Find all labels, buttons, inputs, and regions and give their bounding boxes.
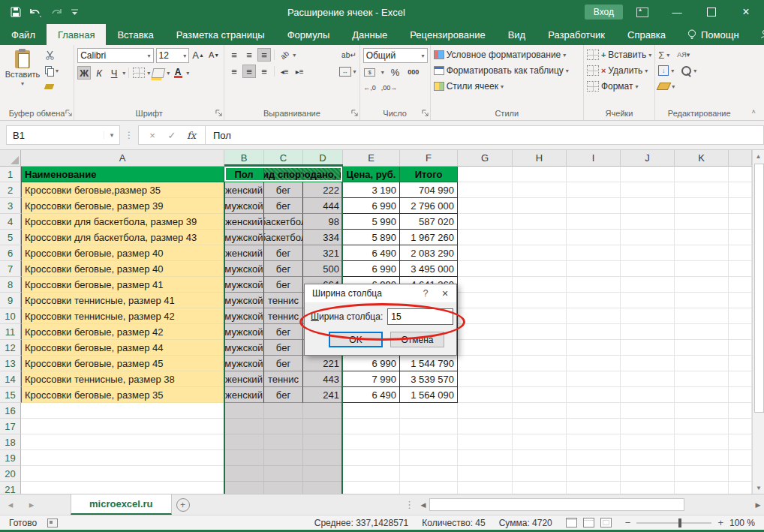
cell-B8[interactable]: мужской	[224, 277, 264, 293]
row-header-2[interactable]: 2	[0, 182, 21, 198]
cancel-button[interactable]: Отмена	[390, 332, 444, 347]
minimize-button[interactable]: —	[662, 2, 692, 23]
cell-L1[interactable]	[729, 167, 752, 182]
wrap-text-icon[interactable]: ab↵	[341, 48, 356, 62]
cell-F14[interactable]: 3 539 570	[400, 371, 458, 387]
align-center-icon[interactable]: ≡	[242, 65, 256, 78]
cell-J21[interactable]	[621, 482, 675, 494]
cell-G13[interactable]	[458, 356, 513, 371]
cell-K8[interactable]	[675, 277, 729, 293]
font-dialog-launcher-icon[interactable]	[215, 109, 222, 118]
ribbon-display-options-button[interactable]	[627, 2, 657, 23]
row-header-20[interactable]: 20	[0, 466, 21, 482]
cell-L20[interactable]	[729, 466, 752, 482]
cell-L17[interactable]	[729, 419, 752, 434]
cell-G5[interactable]	[458, 230, 513, 245]
align-middle-icon[interactable]: ≡	[242, 48, 256, 62]
cell-J10[interactable]	[621, 308, 675, 324]
cell-D18[interactable]	[303, 434, 343, 450]
align-top-icon[interactable]: ≡	[227, 48, 241, 62]
cell-H6[interactable]	[513, 245, 567, 261]
cell-H11[interactable]	[513, 324, 567, 340]
cell-G6[interactable]	[458, 245, 513, 261]
cell-C14[interactable]: теннис	[264, 371, 303, 387]
row-header-8[interactable]: 8	[0, 277, 21, 293]
cell-F7[interactable]: 3 495 000	[400, 261, 458, 277]
cell-L8[interactable]	[729, 277, 752, 293]
cell-A5[interactable]: Кроссовки для баскетбола, размер 43	[21, 230, 224, 245]
customize-qat-icon[interactable]	[71, 9, 79, 16]
tab-scroll-splitter[interactable]: ⋮	[402, 494, 417, 515]
cell-I21[interactable]	[567, 482, 621, 494]
cell-L21[interactable]	[729, 482, 752, 494]
cell-E19[interactable]	[343, 450, 400, 466]
zoom-slider-thumb[interactable]	[678, 518, 681, 527]
cell-G14[interactable]	[458, 371, 513, 387]
cell-B7[interactable]: мужской	[224, 261, 264, 277]
cell-C9[interactable]: теннис	[264, 293, 303, 308]
row-header-16[interactable]: 16	[0, 403, 21, 419]
ribbon-tab-8[interactable]: Вид	[497, 24, 537, 45]
cell-D14[interactable]: 443	[303, 371, 343, 387]
cell-J13[interactable]	[621, 356, 675, 371]
cell-D15[interactable]: 241	[303, 387, 343, 403]
currency-icon[interactable]: $	[363, 65, 377, 79]
confirm-entry-icon[interactable]: ✓	[163, 130, 181, 141]
cell-B16[interactable]	[224, 403, 264, 419]
ok-button[interactable]: OK	[329, 332, 383, 347]
cell-E7[interactable]: 6 990	[343, 261, 400, 277]
cells-button-2[interactable]: ×Удалить▾	[587, 64, 651, 77]
cell-A20[interactable]	[21, 466, 224, 482]
cell-B9[interactable]: мужской	[224, 293, 264, 308]
cell-J14[interactable]	[621, 371, 675, 387]
row-header-5[interactable]: 5	[0, 230, 21, 245]
cell-C15[interactable]: бег	[264, 387, 303, 403]
cell-L3[interactable]	[729, 198, 752, 214]
cell-I17[interactable]	[567, 419, 621, 434]
underline-button[interactable]: Ч	[107, 66, 121, 80]
scroll-down-icon[interactable]: ▼	[753, 482, 764, 494]
cell-C17[interactable]	[264, 419, 303, 434]
cell-A16[interactable]	[21, 403, 224, 419]
orientation-icon[interactable]: ab	[275, 45, 293, 64]
cell-B11[interactable]: мужской	[224, 324, 264, 340]
cell-G2[interactable]	[458, 182, 513, 198]
cell-H21[interactable]	[513, 482, 567, 494]
normal-view-icon[interactable]	[566, 518, 577, 527]
cell-J17[interactable]	[621, 419, 675, 434]
cell-I20[interactable]	[567, 466, 621, 482]
cell-C2[interactable]: бег	[264, 182, 303, 198]
cell-C16[interactable]	[264, 403, 303, 419]
cell-B15[interactable]: женский	[224, 387, 264, 403]
column-header-B[interactable]: B	[224, 150, 264, 167]
cell-F6[interactable]: 2 083 290	[400, 245, 458, 261]
percent-icon[interactable]: %	[389, 65, 402, 79]
close-button[interactable]: ×	[731, 2, 761, 23]
cell-A7[interactable]: Кроссовки беговые, размер 40	[21, 261, 224, 277]
cell-H17[interactable]	[513, 419, 567, 434]
cell-B17[interactable]	[224, 419, 264, 434]
decrease-decimal-icon[interactable]: ,00→	[381, 81, 398, 95]
cell-J16[interactable]	[621, 403, 675, 419]
maximize-button[interactable]	[696, 2, 726, 23]
clear-button[interactable]: ▾	[658, 80, 675, 93]
increase-font-icon[interactable]: A▲	[191, 48, 205, 62]
cell-B21[interactable]	[224, 482, 264, 494]
cell-L18[interactable]	[729, 434, 752, 450]
cell-F15[interactable]: 1 564 090	[400, 387, 458, 403]
cell-G20[interactable]	[458, 466, 513, 482]
cell-E18[interactable]	[343, 434, 400, 450]
cell-G11[interactable]	[458, 324, 513, 340]
row-header-17[interactable]: 17	[0, 419, 21, 434]
paste-button[interactable]: Вставить▾	[3, 48, 42, 107]
cell-B2[interactable]: женский	[224, 182, 264, 198]
styles-button-2[interactable]: Форматировать как таблицу▾	[434, 64, 580, 77]
cell-A13[interactable]: Кроссовки беговые, размер 45	[21, 356, 224, 371]
hscroll-left-icon[interactable]: ◀	[417, 494, 429, 515]
cell-D13[interactable]: 221	[303, 356, 343, 371]
insert-function-icon[interactable]: fx	[182, 130, 200, 141]
cell-G18[interactable]	[458, 434, 513, 450]
autosum-button[interactable]: Σ▾	[658, 48, 669, 62]
cell-A18[interactable]	[21, 434, 224, 450]
cell-A3[interactable]: Кроссовки беговые, размер 39	[21, 198, 224, 214]
